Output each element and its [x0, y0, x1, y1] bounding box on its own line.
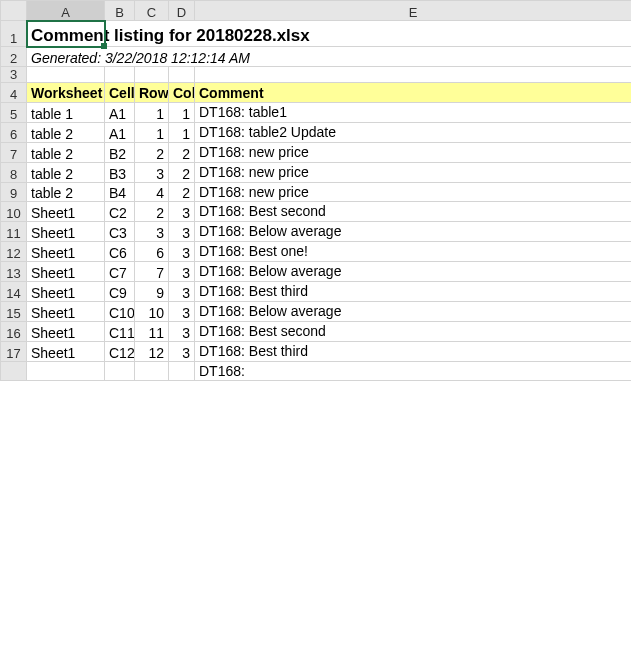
cell-rownum[interactable]: 2: [135, 202, 169, 222]
row-header[interactable]: 8: [1, 162, 27, 182]
cell-comment[interactable]: DT168: Below average: [195, 222, 632, 242]
cell-ref[interactable]: A1: [105, 103, 135, 123]
cell-rownum[interactable]: 3: [135, 222, 169, 242]
cell[interactable]: [105, 67, 135, 83]
header-row[interactable]: Row: [135, 83, 169, 103]
cell[interactable]: [169, 67, 195, 83]
cell-colnum[interactable]: 3: [169, 321, 195, 341]
cell-worksheet[interactable]: [27, 361, 105, 381]
cell-rownum[interactable]: [135, 361, 169, 381]
cell-rownum[interactable]: 12: [135, 341, 169, 361]
cell-comment[interactable]: DT168: new price: [195, 182, 632, 202]
title-cell[interactable]: Comment listing for 20180228.xlsx: [27, 21, 632, 47]
cell-comment[interactable]: DT168: Best third: [195, 341, 632, 361]
cell-colnum[interactable]: 1: [169, 122, 195, 142]
row-header[interactable]: 2: [1, 47, 27, 67]
row-header[interactable]: 5: [1, 103, 27, 123]
cell-worksheet[interactable]: Sheet1: [27, 321, 105, 341]
row-header[interactable]: 6: [1, 122, 27, 142]
table-row[interactable]: 8table 2B332DT168: new price: [1, 162, 632, 182]
cell-colnum[interactable]: 3: [169, 222, 195, 242]
cell-worksheet[interactable]: table 2: [27, 182, 105, 202]
cell-comment[interactable]: DT168: Best one!: [195, 242, 632, 262]
table-row[interactable]: 13Sheet1C773DT168: Below average: [1, 262, 632, 282]
row-header[interactable]: 11: [1, 222, 27, 242]
cell-ref[interactable]: C10: [105, 301, 135, 321]
row-2[interactable]: 2 Generated: 3/22/2018 12:12:14 AM: [1, 47, 632, 67]
select-all-corner[interactable]: [1, 1, 27, 21]
cell-comment[interactable]: DT168: table2 Update: [195, 122, 632, 142]
row-header[interactable]: 17: [1, 341, 27, 361]
table-row[interactable]: 12Sheet1C663DT168: Best one!: [1, 242, 632, 262]
cell-rownum[interactable]: 9: [135, 282, 169, 302]
cell-comment[interactable]: DT168: Best third: [195, 282, 632, 302]
row-header[interactable]: 1: [1, 21, 27, 47]
spreadsheet-grid[interactable]: A B C D E 1 Comment listing for 20180228…: [0, 0, 631, 381]
cell-worksheet[interactable]: table 2: [27, 122, 105, 142]
cell-ref[interactable]: C12: [105, 341, 135, 361]
cell[interactable]: [195, 67, 632, 83]
table-row[interactable]: 5table 1A111DT168: table1: [1, 103, 632, 123]
cell-colnum[interactable]: 3: [169, 242, 195, 262]
cell-worksheet[interactable]: Sheet1: [27, 301, 105, 321]
cell-colnum[interactable]: 3: [169, 282, 195, 302]
cell-rownum[interactable]: 6: [135, 242, 169, 262]
table-row[interactable]: 6table 2A111DT168: table2 Update: [1, 122, 632, 142]
col-header-A[interactable]: A: [27, 1, 105, 21]
cell-ref[interactable]: B2: [105, 142, 135, 162]
row-header[interactable]: 3: [1, 67, 27, 83]
cell-ref[interactable]: C3: [105, 222, 135, 242]
table-row[interactable]: 10Sheet1C223DT168: Best second: [1, 202, 632, 222]
cell-colnum[interactable]: 3: [169, 202, 195, 222]
cell-worksheet[interactable]: Sheet1: [27, 222, 105, 242]
table-row[interactable]: 15Sheet1C10103DT168: Below average: [1, 301, 632, 321]
cell-worksheet[interactable]: Sheet1: [27, 341, 105, 361]
table-row[interactable]: 9table 2B442DT168: new price: [1, 182, 632, 202]
cell-worksheet[interactable]: Sheet1: [27, 262, 105, 282]
row-header[interactable]: [1, 361, 27, 381]
col-header-C[interactable]: C: [135, 1, 169, 21]
cell-comment[interactable]: DT168: Best second: [195, 321, 632, 341]
cell[interactable]: [135, 67, 169, 83]
cell-ref[interactable]: A1: [105, 122, 135, 142]
cell-rownum[interactable]: 7: [135, 262, 169, 282]
cell-rownum[interactable]: 1: [135, 122, 169, 142]
cell-comment[interactable]: DT168: Below average: [195, 262, 632, 282]
cell-rownum[interactable]: 4: [135, 182, 169, 202]
cell-colnum[interactable]: 2: [169, 142, 195, 162]
cell-rownum[interactable]: 1: [135, 103, 169, 123]
col-header-E[interactable]: E: [195, 1, 632, 21]
cell-worksheet[interactable]: Sheet1: [27, 242, 105, 262]
cell-comment[interactable]: DT168: new price: [195, 162, 632, 182]
row-header[interactable]: 13: [1, 262, 27, 282]
cell-comment[interactable]: DT168: Below average: [195, 301, 632, 321]
table-row[interactable]: 17Sheet1C12123DT168: Best third: [1, 341, 632, 361]
row-1[interactable]: 1 Comment listing for 20180228.xlsx: [1, 21, 632, 47]
cell-colnum[interactable]: 2: [169, 182, 195, 202]
row-header[interactable]: 16: [1, 321, 27, 341]
row-header[interactable]: 10: [1, 202, 27, 222]
table-row[interactable]: 11Sheet1C333DT168: Below average: [1, 222, 632, 242]
cell-colnum[interactable]: 2: [169, 162, 195, 182]
cell-rownum[interactable]: 3: [135, 162, 169, 182]
header-comment[interactable]: Comment: [195, 83, 632, 103]
header-cell[interactable]: Cell: [105, 83, 135, 103]
row-4-table-header[interactable]: 4 Worksheet Cell Row Col Comment: [1, 83, 632, 103]
cell-ref[interactable]: C6: [105, 242, 135, 262]
col-header-B[interactable]: B: [105, 1, 135, 21]
cell-colnum[interactable]: [169, 361, 195, 381]
table-row[interactable]: 7table 2B222DT168: new price: [1, 142, 632, 162]
cell-worksheet[interactable]: table 2: [27, 162, 105, 182]
cell-worksheet[interactable]: table 1: [27, 103, 105, 123]
row-header[interactable]: 7: [1, 142, 27, 162]
cell-ref[interactable]: B3: [105, 162, 135, 182]
table-row[interactable]: 14Sheet1C993DT168: Best third: [1, 282, 632, 302]
cell-rownum[interactable]: 11: [135, 321, 169, 341]
cell-colnum[interactable]: 3: [169, 262, 195, 282]
cell-colnum[interactable]: 3: [169, 301, 195, 321]
subtitle-cell[interactable]: Generated: 3/22/2018 12:12:14 AM: [27, 47, 632, 67]
row-header[interactable]: 9: [1, 182, 27, 202]
table-row[interactable]: 16Sheet1C11113DT168: Best second: [1, 321, 632, 341]
cell-comment[interactable]: DT168:: [195, 361, 632, 381]
cell-ref[interactable]: C11: [105, 321, 135, 341]
